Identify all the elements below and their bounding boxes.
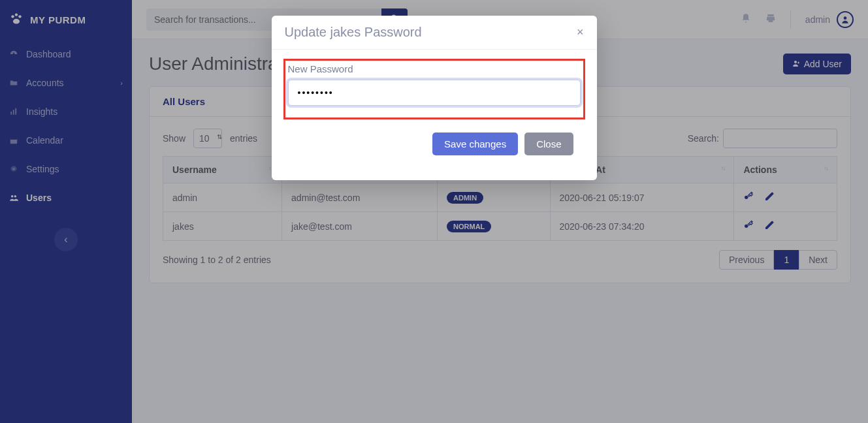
new-password-label: New Password	[288, 61, 581, 74]
modal-footer: Save changes Close	[283, 133, 585, 167]
modal-title: Update jakes Password	[285, 25, 422, 40]
modal-overlay[interactable]: Update jakes Password × New Password Sav…	[0, 0, 868, 423]
new-password-input[interactable]	[288, 80, 581, 106]
modal-body: New Password Save changes Close	[272, 50, 597, 180]
modal-header: Update jakes Password ×	[272, 16, 597, 50]
close-icon[interactable]: ×	[577, 25, 584, 39]
highlighted-region: New Password	[283, 59, 585, 119]
save-changes-button[interactable]: Save changes	[432, 133, 518, 155]
close-button[interactable]: Close	[524, 133, 573, 155]
update-password-modal: Update jakes Password × New Password Sav…	[272, 16, 597, 180]
